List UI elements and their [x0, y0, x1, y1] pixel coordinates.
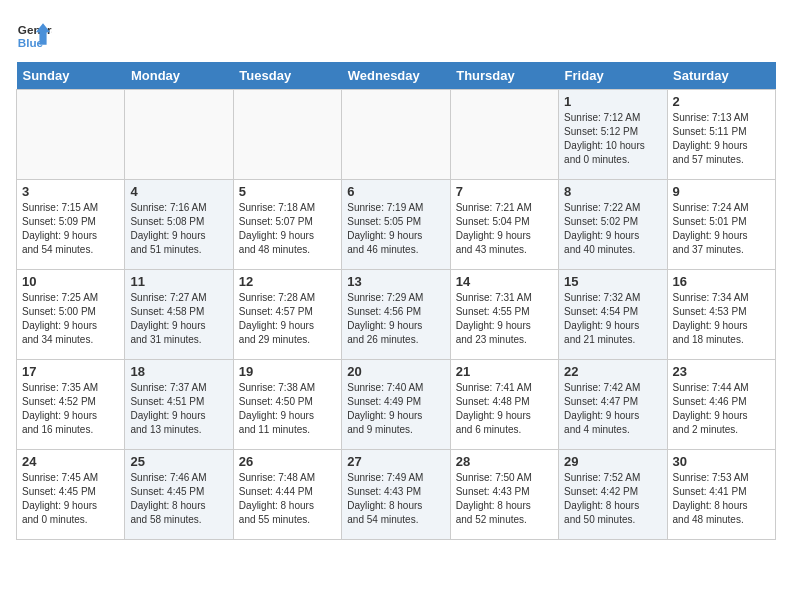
calendar-cell: 5Sunrise: 7:18 AM Sunset: 5:07 PM Daylig… [233, 180, 341, 270]
day-info: Sunrise: 7:38 AM Sunset: 4:50 PM Dayligh… [239, 381, 336, 437]
calendar-cell: 3Sunrise: 7:15 AM Sunset: 5:09 PM Daylig… [17, 180, 125, 270]
day-info: Sunrise: 7:52 AM Sunset: 4:42 PM Dayligh… [564, 471, 661, 527]
day-info: Sunrise: 7:24 AM Sunset: 5:01 PM Dayligh… [673, 201, 770, 257]
day-info: Sunrise: 7:27 AM Sunset: 4:58 PM Dayligh… [130, 291, 227, 347]
day-info: Sunrise: 7:35 AM Sunset: 4:52 PM Dayligh… [22, 381, 119, 437]
calendar-cell [17, 90, 125, 180]
day-number: 19 [239, 364, 336, 379]
calendar-cell: 2Sunrise: 7:13 AM Sunset: 5:11 PM Daylig… [667, 90, 775, 180]
day-number: 30 [673, 454, 770, 469]
calendar-cell: 16Sunrise: 7:34 AM Sunset: 4:53 PM Dayli… [667, 270, 775, 360]
day-info: Sunrise: 7:49 AM Sunset: 4:43 PM Dayligh… [347, 471, 444, 527]
day-info: Sunrise: 7:34 AM Sunset: 4:53 PM Dayligh… [673, 291, 770, 347]
day-number: 9 [673, 184, 770, 199]
weekday-header-tuesday: Tuesday [233, 62, 341, 90]
calendar-cell: 27Sunrise: 7:49 AM Sunset: 4:43 PM Dayli… [342, 450, 450, 540]
day-number: 6 [347, 184, 444, 199]
calendar-cell: 1Sunrise: 7:12 AM Sunset: 5:12 PM Daylig… [559, 90, 667, 180]
day-number: 17 [22, 364, 119, 379]
calendar-cell [450, 90, 558, 180]
calendar-cell: 25Sunrise: 7:46 AM Sunset: 4:45 PM Dayli… [125, 450, 233, 540]
day-info: Sunrise: 7:29 AM Sunset: 4:56 PM Dayligh… [347, 291, 444, 347]
calendar-cell: 17Sunrise: 7:35 AM Sunset: 4:52 PM Dayli… [17, 360, 125, 450]
day-number: 18 [130, 364, 227, 379]
calendar-week-1: 1Sunrise: 7:12 AM Sunset: 5:12 PM Daylig… [17, 90, 776, 180]
calendar-cell: 28Sunrise: 7:50 AM Sunset: 4:43 PM Dayli… [450, 450, 558, 540]
day-info: Sunrise: 7:44 AM Sunset: 4:46 PM Dayligh… [673, 381, 770, 437]
calendar-cell: 10Sunrise: 7:25 AM Sunset: 5:00 PM Dayli… [17, 270, 125, 360]
day-info: Sunrise: 7:42 AM Sunset: 4:47 PM Dayligh… [564, 381, 661, 437]
day-number: 16 [673, 274, 770, 289]
calendar-cell: 21Sunrise: 7:41 AM Sunset: 4:48 PM Dayli… [450, 360, 558, 450]
day-info: Sunrise: 7:45 AM Sunset: 4:45 PM Dayligh… [22, 471, 119, 527]
day-info: Sunrise: 7:18 AM Sunset: 5:07 PM Dayligh… [239, 201, 336, 257]
calendar-cell: 29Sunrise: 7:52 AM Sunset: 4:42 PM Dayli… [559, 450, 667, 540]
calendar-cell: 6Sunrise: 7:19 AM Sunset: 5:05 PM Daylig… [342, 180, 450, 270]
calendar-cell: 30Sunrise: 7:53 AM Sunset: 4:41 PM Dayli… [667, 450, 775, 540]
day-info: Sunrise: 7:37 AM Sunset: 4:51 PM Dayligh… [130, 381, 227, 437]
day-number: 26 [239, 454, 336, 469]
day-number: 25 [130, 454, 227, 469]
calendar-cell: 9Sunrise: 7:24 AM Sunset: 5:01 PM Daylig… [667, 180, 775, 270]
calendar-cell: 8Sunrise: 7:22 AM Sunset: 5:02 PM Daylig… [559, 180, 667, 270]
day-number: 5 [239, 184, 336, 199]
header: General Blue [16, 16, 776, 52]
calendar-cell: 19Sunrise: 7:38 AM Sunset: 4:50 PM Dayli… [233, 360, 341, 450]
day-info: Sunrise: 7:53 AM Sunset: 4:41 PM Dayligh… [673, 471, 770, 527]
day-info: Sunrise: 7:22 AM Sunset: 5:02 PM Dayligh… [564, 201, 661, 257]
calendar-cell: 13Sunrise: 7:29 AM Sunset: 4:56 PM Dayli… [342, 270, 450, 360]
day-info: Sunrise: 7:19 AM Sunset: 5:05 PM Dayligh… [347, 201, 444, 257]
calendar-cell: 26Sunrise: 7:48 AM Sunset: 4:44 PM Dayli… [233, 450, 341, 540]
calendar-cell: 15Sunrise: 7:32 AM Sunset: 4:54 PM Dayli… [559, 270, 667, 360]
day-number: 13 [347, 274, 444, 289]
calendar-cell: 4Sunrise: 7:16 AM Sunset: 5:08 PM Daylig… [125, 180, 233, 270]
day-number: 22 [564, 364, 661, 379]
day-number: 14 [456, 274, 553, 289]
day-number: 12 [239, 274, 336, 289]
day-number: 2 [673, 94, 770, 109]
weekday-header-row: SundayMondayTuesdayWednesdayThursdayFrid… [17, 62, 776, 90]
day-number: 15 [564, 274, 661, 289]
day-info: Sunrise: 7:32 AM Sunset: 4:54 PM Dayligh… [564, 291, 661, 347]
calendar-cell: 20Sunrise: 7:40 AM Sunset: 4:49 PM Dayli… [342, 360, 450, 450]
calendar-cell: 12Sunrise: 7:28 AM Sunset: 4:57 PM Dayli… [233, 270, 341, 360]
day-info: Sunrise: 7:12 AM Sunset: 5:12 PM Dayligh… [564, 111, 661, 167]
calendar-week-3: 10Sunrise: 7:25 AM Sunset: 5:00 PM Dayli… [17, 270, 776, 360]
day-number: 21 [456, 364, 553, 379]
day-info: Sunrise: 7:46 AM Sunset: 4:45 PM Dayligh… [130, 471, 227, 527]
day-info: Sunrise: 7:25 AM Sunset: 5:00 PM Dayligh… [22, 291, 119, 347]
day-number: 20 [347, 364, 444, 379]
day-number: 28 [456, 454, 553, 469]
logo: General Blue [16, 16, 52, 52]
weekday-header-monday: Monday [125, 62, 233, 90]
calendar-table: SundayMondayTuesdayWednesdayThursdayFrid… [16, 62, 776, 540]
calendar-cell: 24Sunrise: 7:45 AM Sunset: 4:45 PM Dayli… [17, 450, 125, 540]
day-info: Sunrise: 7:21 AM Sunset: 5:04 PM Dayligh… [456, 201, 553, 257]
day-number: 27 [347, 454, 444, 469]
calendar-cell: 22Sunrise: 7:42 AM Sunset: 4:47 PM Dayli… [559, 360, 667, 450]
calendar-cell [125, 90, 233, 180]
calendar-cell: 11Sunrise: 7:27 AM Sunset: 4:58 PM Dayli… [125, 270, 233, 360]
calendar-week-5: 24Sunrise: 7:45 AM Sunset: 4:45 PM Dayli… [17, 450, 776, 540]
day-number: 23 [673, 364, 770, 379]
calendar-cell [233, 90, 341, 180]
weekday-header-saturday: Saturday [667, 62, 775, 90]
day-info: Sunrise: 7:28 AM Sunset: 4:57 PM Dayligh… [239, 291, 336, 347]
day-number: 4 [130, 184, 227, 199]
weekday-header-wednesday: Wednesday [342, 62, 450, 90]
day-number: 11 [130, 274, 227, 289]
day-number: 3 [22, 184, 119, 199]
day-info: Sunrise: 7:41 AM Sunset: 4:48 PM Dayligh… [456, 381, 553, 437]
day-info: Sunrise: 7:15 AM Sunset: 5:09 PM Dayligh… [22, 201, 119, 257]
day-info: Sunrise: 7:40 AM Sunset: 4:49 PM Dayligh… [347, 381, 444, 437]
day-info: Sunrise: 7:50 AM Sunset: 4:43 PM Dayligh… [456, 471, 553, 527]
calendar-cell [342, 90, 450, 180]
weekday-header-friday: Friday [559, 62, 667, 90]
day-number: 1 [564, 94, 661, 109]
weekday-header-sunday: Sunday [17, 62, 125, 90]
calendar-week-4: 17Sunrise: 7:35 AM Sunset: 4:52 PM Dayli… [17, 360, 776, 450]
calendar-cell: 7Sunrise: 7:21 AM Sunset: 5:04 PM Daylig… [450, 180, 558, 270]
day-number: 7 [456, 184, 553, 199]
day-info: Sunrise: 7:48 AM Sunset: 4:44 PM Dayligh… [239, 471, 336, 527]
day-number: 24 [22, 454, 119, 469]
